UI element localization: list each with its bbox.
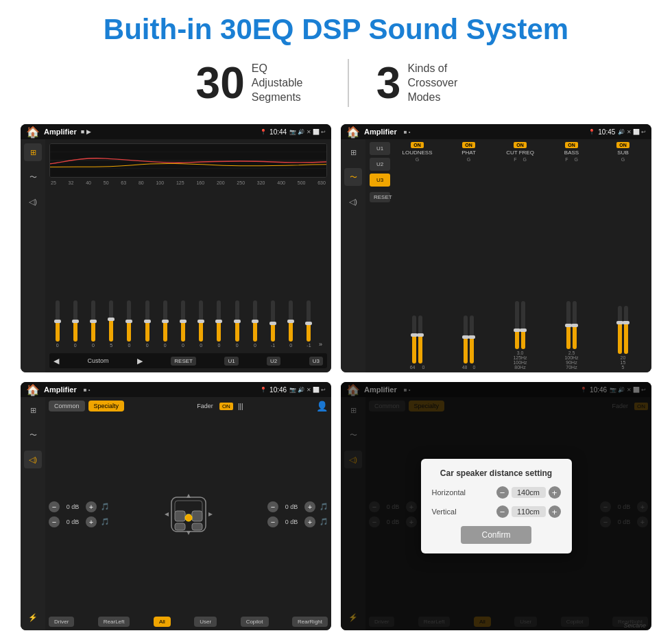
vol-plus-bl[interactable]: + xyxy=(86,516,97,527)
dialog-horizontal-minus[interactable]: − xyxy=(496,486,509,499)
eq-slider-2[interactable]: 0 xyxy=(85,300,101,348)
crossover-main-area: U1 U2 U3 RESET ON LOUDNESS G xyxy=(365,139,651,372)
svg-rect-8 xyxy=(175,523,185,530)
bass-toggle[interactable]: ON xyxy=(565,142,578,148)
stat-eq-label: EQ AdjustableSegments xyxy=(252,62,320,104)
cutfreq-toggle[interactable]: ON xyxy=(514,142,527,148)
speaker-all-btn[interactable]: All xyxy=(154,617,171,627)
eq-sidebar-speaker-icon[interactable]: ◁) xyxy=(24,193,42,211)
crossover-status-left: 🏠 Amplifier ■ • xyxy=(346,126,411,139)
eq-app-title: Amplifier xyxy=(44,128,77,136)
speaker-sidebar-speaker-icon[interactable]: ◁) xyxy=(24,451,42,468)
distance-screen: 🏠 Amplifier ■ • 📍 10:46 📷 🔊 ✕ ⬜ ↩ ⊞ 〜 ◁)… xyxy=(341,382,651,630)
sub-name: SUB xyxy=(617,150,628,156)
eq-slider-4[interactable]: 0 xyxy=(121,300,137,348)
bass-name: BASS xyxy=(564,150,579,156)
eq-slider-8[interactable]: 0 xyxy=(193,300,209,348)
sub-toggle[interactable]: ON xyxy=(616,142,629,148)
crossover-app-title: Amplifier xyxy=(364,128,397,136)
speaker-app-title: Amplifier xyxy=(44,385,77,394)
eq-sidebar-wave-icon[interactable]: 〜 xyxy=(24,168,42,186)
dialog-vertical-value: 110cm xyxy=(512,506,546,517)
confirm-button[interactable]: Confirm xyxy=(461,526,531,544)
phat-toggle[interactable]: ON xyxy=(462,142,475,148)
speaker-sidebar: ⊞ 〜 ◁) ⚡ xyxy=(21,397,45,630)
eq-slider-6[interactable]: 0 xyxy=(157,300,173,348)
crossover-screen: 🏠 Amplifier ■ • 📍 10:45 🔊 ✕ ⬜ ↩ ⊞ 〜 ◁) xyxy=(341,124,651,372)
stat-eq: 30 EQ AdjustableSegments xyxy=(196,61,320,105)
vol-row-bottom-left: − 0 dB + 🎵 xyxy=(49,516,109,527)
speaker-status-left: 🏠 Amplifier ■ • xyxy=(26,383,91,396)
vol-plus-br[interactable]: + xyxy=(304,516,315,527)
vol-minus-br[interactable]: − xyxy=(267,516,278,527)
eq-reset-btn[interactable]: RESET xyxy=(171,357,196,366)
vol-plus-tl[interactable]: + xyxy=(86,501,97,512)
dialog-horizontal-plus[interactable]: + xyxy=(549,486,561,499)
loudness-toggle[interactable]: ON xyxy=(411,142,424,148)
eq-home-icon[interactable]: 🏠 xyxy=(26,126,40,139)
eq-u2-btn[interactable]: U2 xyxy=(267,357,280,366)
eq-sidebar-eq-icon[interactable]: ⊞ xyxy=(24,143,42,161)
vol-minus-tr[interactable]: − xyxy=(267,501,278,512)
svg-marker-12 xyxy=(187,531,191,535)
dialog-vertical-row: Vertical − 110cm + xyxy=(432,505,561,518)
eq-slider-5[interactable]: 0 xyxy=(139,300,155,348)
speaker-specialty-btn[interactable]: Specialty xyxy=(88,401,125,412)
eq-next-btn[interactable]: ▶ xyxy=(137,357,143,366)
speaker-rearright-btn[interactable]: RearRight xyxy=(292,617,328,627)
speaker-sidebar-eq-icon[interactable]: ⊞ xyxy=(24,401,42,419)
crossover-sidebar-speaker-icon[interactable]: ◁) xyxy=(344,193,362,211)
eq-screen-content: ⊞ 〜 ◁) xyxy=(21,139,331,372)
vol-row-top-left: − 0 dB + 🎵 xyxy=(49,501,109,512)
eq-status-bar: 🏠 Amplifier ■ ▶ 📍 10:44 📷 🔊 ✕ ⬜ ↩ xyxy=(21,124,331,139)
svg-marker-13 xyxy=(165,512,169,516)
eq-prev-btn[interactable]: ◀ xyxy=(53,357,59,366)
eq-slider-0[interactable]: 0 xyxy=(49,300,65,348)
crossover-u1-btn[interactable]: U1 xyxy=(370,142,390,155)
svg-rect-6 xyxy=(175,511,185,521)
eq-slider-12[interactable]: -1 xyxy=(265,300,280,348)
eq-play-icon[interactable]: ■ ▶ xyxy=(81,128,91,135)
vol-plus-tr[interactable]: + xyxy=(304,501,315,512)
eq-slider-9[interactable]: 0 xyxy=(211,300,227,348)
crossover-channel-bass: ON BASS FG 2.5100Hz90Hz70Hz xyxy=(547,142,596,370)
speaker-sidebar-wave-icon[interactable]: 〜 xyxy=(24,426,42,444)
eq-slider-13[interactable]: 0 xyxy=(283,300,299,348)
crossover-u2-btn[interactable]: U2 xyxy=(370,158,390,171)
screens-grid: 🏠 Amplifier ■ ▶ 📍 10:44 📷 🔊 ✕ ⬜ ↩ ⊞ 〜 ◁) xyxy=(21,124,651,630)
eq-main-area: 25 32 40 50 63 80 100 125 160 200 250 32… xyxy=(45,139,331,372)
crossover-reset-btn[interactable]: RESET xyxy=(370,192,390,202)
distance-dialog-overlay: Car speaker distance setting Horizontal … xyxy=(341,382,651,630)
crossover-sidebar-wave-icon[interactable]: 〜 xyxy=(344,168,362,186)
speaker-copilot-btn[interactable]: Copilot xyxy=(241,617,269,627)
eq-slider-10[interactable]: 0 xyxy=(229,300,245,348)
eq-preset-label: Custom xyxy=(87,357,108,364)
eq-u1-btn[interactable]: U1 xyxy=(224,357,238,366)
distance-dialog-box: Car speaker distance setting Horizontal … xyxy=(421,459,572,553)
speaker-status-bar: 🏠 Amplifier ■ • 📍 10:46 📷 🔊 ✕ ⬜ ↩ xyxy=(21,382,331,397)
crossover-home-icon[interactable]: 🏠 xyxy=(346,126,360,139)
speaker-rearleft-btn[interactable]: RearLeft xyxy=(98,617,130,627)
speaker-user-btn[interactable]: User xyxy=(194,617,217,627)
eq-slider-7[interactable]: 0 xyxy=(175,300,191,348)
eq-slider-11[interactable]: 0 xyxy=(247,300,263,348)
vol-db-br: 0 dB xyxy=(281,518,302,525)
speaker-time: 📍 10:46 📷 🔊 ✕ ⬜ ↩ xyxy=(260,386,326,394)
eq-slider-14[interactable]: -1 xyxy=(301,300,317,348)
stat-crossover-number: 3 xyxy=(376,61,401,105)
speaker-common-btn[interactable]: Common xyxy=(49,401,85,412)
speaker-driver-btn[interactable]: Driver xyxy=(49,617,74,627)
dialog-horizontal-value: 140cm xyxy=(512,487,546,498)
eq-u3-btn[interactable]: U3 xyxy=(309,357,323,366)
speaker-home-icon[interactable]: 🏠 xyxy=(26,383,40,396)
vol-minus-bl[interactable]: − xyxy=(49,516,60,527)
eq-slider-3[interactable]: 5 xyxy=(104,300,119,348)
speaker-sidebar-bt-icon[interactable]: ⚡ xyxy=(24,608,42,626)
eq-chart xyxy=(49,143,327,178)
eq-slider-1[interactable]: 0 xyxy=(67,300,83,348)
dialog-vertical-minus[interactable]: − xyxy=(496,505,509,518)
vol-minus-tl[interactable]: − xyxy=(49,501,60,512)
crossover-sidebar-eq-icon[interactable]: ⊞ xyxy=(344,143,362,161)
crossover-u3-btn[interactable]: U3 xyxy=(370,174,390,187)
dialog-vertical-plus[interactable]: + xyxy=(549,505,561,518)
